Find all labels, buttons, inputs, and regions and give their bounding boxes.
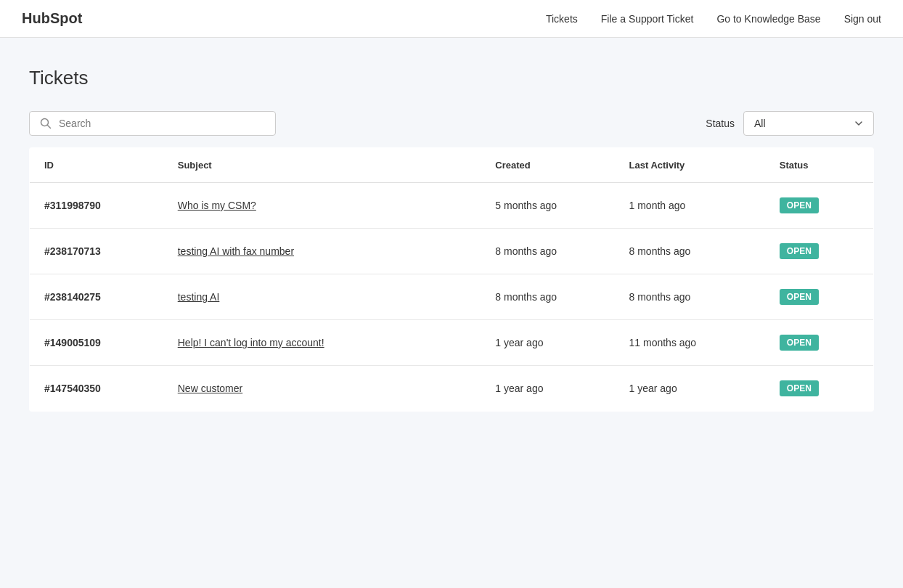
ticket-subject[interactable]: Help! I can't log into my account! bbox=[163, 320, 481, 366]
ticket-last-activity: 1 year ago bbox=[615, 366, 765, 412]
ticket-last-activity: 8 months ago bbox=[615, 274, 765, 320]
ticket-subject-link[interactable]: Who is my CSM? bbox=[178, 200, 256, 211]
ticket-subject[interactable]: New customer bbox=[163, 366, 481, 412]
ticket-id: #149005109 bbox=[30, 320, 163, 366]
table-row: #149005109 Help! I can't log into my acc… bbox=[30, 320, 874, 366]
ticket-subject[interactable]: Who is my CSM? bbox=[163, 183, 481, 229]
col-header-last-activity: Last Activity bbox=[615, 148, 765, 183]
nav-sign-out[interactable]: Sign out bbox=[844, 13, 881, 25]
search-box[interactable] bbox=[29, 111, 276, 136]
main-nav: Tickets File a Support Ticket Go to Know… bbox=[546, 13, 881, 25]
status-badge: OPEN bbox=[780, 335, 819, 351]
page-title: Tickets bbox=[29, 67, 874, 89]
ticket-status: OPEN bbox=[765, 320, 874, 366]
status-dropdown[interactable]: All bbox=[743, 111, 874, 136]
ticket-status: OPEN bbox=[765, 274, 874, 320]
logo: HubSpot bbox=[22, 10, 546, 27]
ticket-status: OPEN bbox=[765, 229, 874, 274]
header: HubSpot Tickets File a Support Ticket Go… bbox=[0, 0, 903, 38]
search-input[interactable] bbox=[59, 118, 265, 129]
status-filter-label: Status bbox=[706, 118, 735, 129]
table-row: #238170713 testing AI with fax number 8 … bbox=[30, 229, 874, 274]
ticket-created: 5 months ago bbox=[481, 183, 614, 229]
col-header-created: Created bbox=[481, 148, 614, 183]
ticket-subject-link[interactable]: New customer bbox=[178, 383, 242, 394]
col-header-id: ID bbox=[30, 148, 163, 183]
status-badge: OPEN bbox=[780, 380, 819, 396]
status-filter: Status All bbox=[706, 111, 874, 136]
ticket-id: #311998790 bbox=[30, 183, 163, 229]
ticket-status: OPEN bbox=[765, 366, 874, 412]
ticket-created: 1 year ago bbox=[481, 320, 614, 366]
ticket-last-activity: 8 months ago bbox=[615, 229, 765, 274]
ticket-last-activity: 11 months ago bbox=[615, 320, 765, 366]
ticket-id: #238140275 bbox=[30, 274, 163, 320]
status-badge: OPEN bbox=[780, 289, 819, 305]
ticket-created: 8 months ago bbox=[481, 229, 614, 274]
toolbar: Status All bbox=[29, 111, 874, 136]
status-badge: OPEN bbox=[780, 243, 819, 259]
ticket-subject-link[interactable]: testing AI bbox=[178, 291, 220, 303]
ticket-id: #147540350 bbox=[30, 366, 163, 412]
nav-file-support[interactable]: File a Support Ticket bbox=[601, 13, 694, 25]
ticket-status: OPEN bbox=[765, 183, 874, 229]
ticket-id: #238170713 bbox=[30, 229, 163, 274]
col-header-status: Status bbox=[765, 148, 874, 183]
table-row: #147540350 New customer 1 year ago 1 yea… bbox=[30, 366, 874, 412]
search-icon bbox=[40, 118, 52, 129]
nav-tickets[interactable]: Tickets bbox=[546, 13, 578, 25]
ticket-created: 8 months ago bbox=[481, 274, 614, 320]
ticket-subject[interactable]: testing AI with fax number bbox=[163, 229, 481, 274]
status-badge: OPEN bbox=[780, 197, 819, 213]
tickets-table: ID Subject Created Last Activity Status … bbox=[29, 147, 874, 412]
main-content: Tickets Status All ID Subject bbox=[0, 38, 903, 426]
table-row: #311998790 Who is my CSM? 5 months ago 1… bbox=[30, 183, 874, 229]
nav-knowledge-base[interactable]: Go to Knowledge Base bbox=[716, 13, 820, 25]
svg-line-1 bbox=[48, 126, 51, 128]
table-header-row: ID Subject Created Last Activity Status bbox=[30, 148, 874, 183]
status-dropdown-value: All bbox=[754, 118, 766, 129]
col-header-subject: Subject bbox=[163, 148, 481, 183]
ticket-created: 1 year ago bbox=[481, 366, 614, 412]
chevron-down-icon bbox=[854, 119, 863, 128]
ticket-subject-link[interactable]: Help! I can't log into my account! bbox=[178, 337, 324, 348]
ticket-subject-link[interactable]: testing AI with fax number bbox=[178, 245, 294, 257]
table-row: #238140275 testing AI 8 months ago 8 mon… bbox=[30, 274, 874, 320]
ticket-subject[interactable]: testing AI bbox=[163, 274, 481, 320]
ticket-last-activity: 1 month ago bbox=[615, 183, 765, 229]
